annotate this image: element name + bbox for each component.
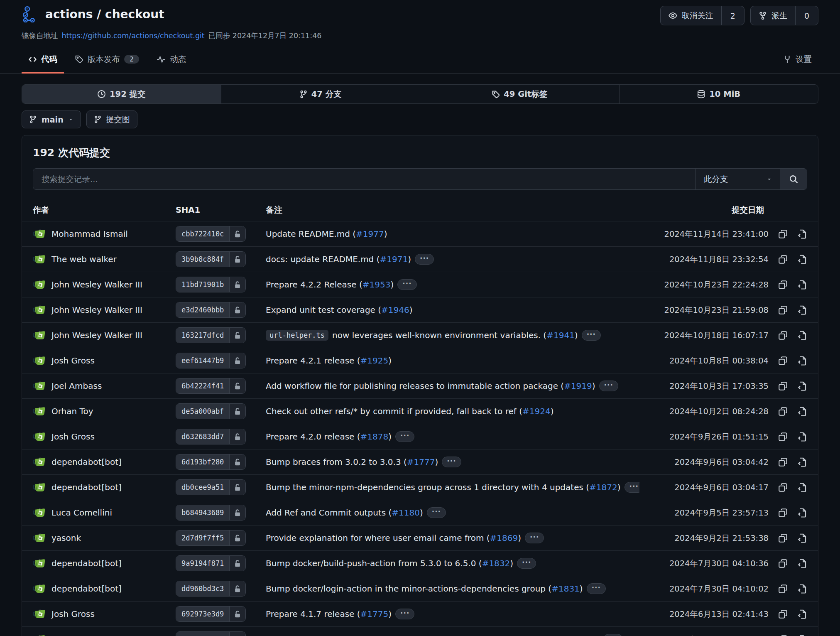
expand-commit-message-button[interactable]: ···: [587, 583, 606, 594]
browse-source-icon[interactable]: [797, 584, 807, 594]
commit-sha-badge[interactable]: cbb722410c: [176, 226, 246, 242]
commit-author-cell[interactable]: John Wesley Walker III: [22, 330, 176, 341]
commit-author-cell[interactable]: Joel Ambass: [22, 381, 176, 392]
commit-sha[interactable]: 163217dfcd: [176, 328, 229, 343]
expand-commit-message-button[interactable]: ···: [582, 330, 601, 341]
commit-sha[interactable]: 2d7d9f7ff5: [176, 530, 229, 545]
commit-message-text[interactable]: Check out other refs/* by commit if prov…: [266, 406, 553, 416]
stat-branches[interactable]: 47 分支: [221, 85, 420, 103]
mirror-url-link[interactable]: https://github.com/actions/checkout.git: [62, 32, 205, 40]
expand-commit-message-button[interactable]: ···: [397, 279, 416, 290]
commit-sha[interactable]: 11bd71901b: [176, 277, 229, 292]
expand-commit-message-button[interactable]: ···: [427, 507, 446, 518]
browse-source-icon[interactable]: [797, 280, 807, 290]
copy-commit-id-icon[interactable]: [778, 609, 788, 619]
browse-source-icon[interactable]: [797, 508, 807, 518]
commit-sha[interactable]: dd960bd3c3: [176, 581, 229, 596]
commit-sha-badge[interactable]: 6b42224f41: [176, 378, 246, 394]
fork-button[interactable]: 派生: [751, 6, 795, 25]
commit-message-text[interactable]: Expand unit test coverage (#1946): [266, 305, 413, 315]
copy-commit-id-icon[interactable]: [778, 584, 788, 594]
commit-sha-badge[interactable]: dd960bd3c3: [176, 581, 246, 597]
commit-message-text[interactable]: Prepare 4.2.2 Release (#1953): [266, 280, 394, 290]
commit-graph-button[interactable]: 提交图: [86, 111, 137, 128]
browse-source-icon[interactable]: [797, 432, 807, 442]
expand-commit-message-button[interactable]: ···: [415, 254, 434, 265]
commit-message[interactable]: Prepare 4.1.7 release (#1775)···: [266, 609, 639, 619]
copy-commit-id-icon[interactable]: [778, 255, 788, 264]
browse-source-icon[interactable]: [797, 558, 807, 568]
issue-link[interactable]: #1777: [407, 457, 435, 467]
commit-sha-badge[interactable]: 163217dfcd: [176, 327, 246, 343]
commit-sha[interactable]: b684943689: [176, 505, 229, 520]
commit-message[interactable]: Prepare 4.2.1 release (#1925): [266, 356, 639, 366]
commit-message[interactable]: Check out other refs/* by commit if prov…: [266, 406, 639, 416]
search-input[interactable]: [33, 169, 695, 189]
author-avatar[interactable]: [33, 583, 46, 594]
stat-size[interactable]: 10 MiB: [619, 85, 818, 103]
commit-sha-badge[interactable]: d632683dd7: [176, 429, 246, 444]
commit-sha[interactable]: 6ccd57f4c5: [176, 632, 229, 636]
browse-source-icon[interactable]: [797, 533, 807, 543]
commit-sha[interactable]: cbb722410c: [176, 226, 229, 241]
commit-message[interactable]: Expand unit test coverage (#1946): [266, 305, 639, 315]
commit-message-text[interactable]: Bump docker/build-push-action from 5.3.0…: [266, 558, 513, 568]
author-avatar[interactable]: [33, 330, 46, 341]
commit-sha-badge[interactable]: 6ccd57f4c5: [176, 631, 246, 636]
author-avatar[interactable]: [33, 558, 46, 569]
commit-author-cell[interactable]: dependabot[bot]: [22, 558, 176, 569]
browse-source-icon[interactable]: [797, 634, 807, 636]
copy-commit-id-icon[interactable]: [778, 559, 788, 568]
tab-releases[interactable]: 版本发布 2: [68, 48, 146, 74]
commit-message[interactable]: Bump docker/build-push-action from 5.3.0…: [266, 558, 639, 569]
commit-message-text[interactable]: Update README.md (#1977): [266, 229, 387, 239]
issue-link[interactable]: #1941: [546, 330, 575, 340]
issue-link[interactable]: #1872: [589, 482, 617, 492]
commit-sha-badge[interactable]: 692973e3d9: [176, 606, 246, 622]
commit-author-cell[interactable]: Mohammad Ismail: [22, 228, 176, 240]
copy-commit-id-icon[interactable]: [778, 432, 788, 442]
author-avatar[interactable]: [33, 634, 46, 636]
browse-source-icon[interactable]: [797, 457, 807, 467]
commit-author-cell[interactable]: Orhan Toy: [22, 406, 176, 417]
commit-message-text[interactable]: Provide explanation for where user email…: [266, 533, 521, 543]
issue-link[interactable]: #1776: [568, 634, 597, 636]
commit-message-text[interactable]: Bump braces from 3.0.2 to 3.0.3 (#1777): [266, 457, 438, 467]
copy-commit-id-icon[interactable]: [778, 533, 788, 543]
copy-commit-id-icon[interactable]: [778, 407, 788, 416]
issue-link[interactable]: #1775: [360, 609, 389, 619]
expand-commit-message-button[interactable]: ···: [599, 381, 618, 391]
browse-source-icon[interactable]: [797, 381, 807, 391]
issue-link[interactable]: #1831: [551, 584, 580, 594]
author-avatar[interactable]: [33, 355, 46, 366]
commit-sha[interactable]: e3d2460bbb: [176, 302, 229, 317]
commit-author-cell[interactable]: dependabot[bot]: [22, 482, 176, 493]
browse-source-icon[interactable]: [797, 482, 807, 492]
expand-commit-message-button[interactable]: ···: [624, 482, 640, 493]
copy-commit-id-icon[interactable]: [778, 508, 788, 518]
expand-commit-message-button[interactable]: ···: [525, 533, 544, 543]
author-avatar[interactable]: [33, 533, 46, 544]
commit-sha-badge[interactable]: 2d7d9f7ff5: [176, 530, 246, 546]
expand-commit-message-button[interactable]: ···: [442, 457, 461, 467]
browse-source-icon[interactable]: [797, 330, 807, 340]
copy-commit-id-icon[interactable]: [778, 305, 788, 315]
watchers-count[interactable]: 2: [721, 6, 744, 25]
issue-link[interactable]: #1180: [392, 508, 420, 518]
commit-message[interactable]: Add workflow file for publishing release…: [266, 381, 639, 391]
stat-commits[interactable]: 192 提交: [22, 85, 221, 103]
commit-sha-badge[interactable]: 3b9b8c884f: [176, 251, 246, 267]
commit-sha-badge[interactable]: e3d2460bbb: [176, 302, 246, 318]
commit-author-cell[interactable]: John Wesley Walker III: [22, 634, 176, 636]
commit-message[interactable]: Pin actions/checkout's own workflows to …: [266, 634, 639, 636]
commit-message-text[interactable]: now leverages well-known environment var…: [332, 330, 578, 340]
issue-link[interactable]: #1924: [522, 406, 551, 416]
author-avatar[interactable]: [33, 609, 46, 620]
commit-author-cell[interactable]: dependabot[bot]: [22, 457, 176, 468]
expand-commit-message-button[interactable]: ···: [603, 634, 622, 636]
issue-link[interactable]: #1977: [356, 229, 384, 239]
browse-source-icon[interactable]: [797, 254, 807, 264]
commit-author-cell[interactable]: yasonk: [22, 533, 176, 544]
commit-sha[interactable]: 6d193bf280: [176, 454, 229, 469]
expand-commit-message-button[interactable]: ···: [395, 609, 414, 619]
